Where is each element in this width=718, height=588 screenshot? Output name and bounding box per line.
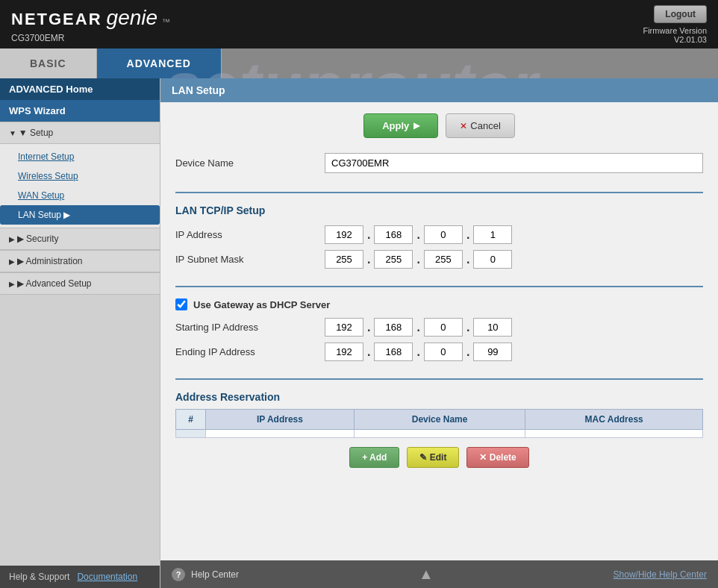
start-o4[interactable] [473, 318, 512, 337]
table-header-ip: IP Address [206, 410, 355, 430]
sidebar-advanced-home[interactable]: ADVANCED Home [0, 78, 160, 100]
gateway-dhcp-checkbox[interactable] [175, 298, 187, 310]
subnet-mask-fields: . . . [325, 250, 512, 269]
ending-ip-fields: . . . [325, 343, 512, 361]
edit-button[interactable]: ✎ Edit [407, 447, 459, 468]
sidebar-item-wan-setup[interactable]: WAN Setup [0, 186, 160, 205]
subnet-dot-1: . [365, 253, 372, 266]
help-support-label: Help & Support [9, 572, 69, 582]
ip-dot-2: . [414, 228, 422, 242]
sidebar-setup-section[interactable]: ▼ Setup [0, 122, 160, 144]
show-hide-help-link[interactable]: Show/Hide Help Center [614, 569, 707, 580]
sidebar-security-section[interactable]: ▶ Security [0, 228, 160, 250]
page-title: LAN Setup [172, 84, 225, 96]
end-dot-1: . [365, 345, 372, 359]
device-name-row: Device Name [175, 153, 703, 173]
header: NETGEAR genie ™ CG3700EMR Logout Firmwar… [0, 0, 718, 49]
gateway-dhcp-row: Use Gateway as DHCP Server [175, 298, 703, 310]
table-header-mac: MAC Address [525, 410, 703, 430]
table-header-device: Device Name [354, 410, 525, 430]
subnet-o3[interactable] [424, 250, 463, 269]
starting-ip-label: Starting IP Address [175, 322, 325, 333]
ip-dot-3: . [464, 228, 472, 242]
subnet-mask-label: IP Subnet Mask [175, 254, 325, 265]
device-name-input[interactable] [325, 153, 703, 173]
model-name: CG3700EMR [11, 33, 170, 43]
reservation-table: # IP Address Device Name MAC Address [175, 409, 703, 438]
tab-advanced[interactable]: ADVANCED [97, 49, 222, 78]
chevron-up-icon: ▲ [419, 566, 434, 582]
add-button[interactable]: + Add [349, 447, 399, 468]
sidebar-setup-items: Internet Setup Wireless Setup WAN Setup … [0, 144, 160, 228]
apply-button[interactable]: Apply [363, 113, 438, 138]
end-dot-3: . [464, 345, 472, 359]
start-o3[interactable] [424, 318, 463, 337]
sidebar-administration-section[interactable]: ▶ Administration [0, 250, 160, 272]
device-name-label: Device Name [175, 157, 325, 169]
ip-address-row: IP Address . . . [175, 225, 703, 244]
action-buttons-row: Apply Cancel [175, 113, 703, 138]
gateway-dhcp-label: Use Gateway as DHCP Server [193, 299, 330, 310]
ip-address-fields: . . . [325, 225, 512, 244]
help-left: ? Help Center [172, 568, 239, 581]
table-action-buttons: + Add ✎ Edit ✕ Delete [175, 447, 703, 468]
start-o1[interactable] [325, 318, 363, 337]
ip-o4[interactable] [473, 225, 512, 244]
bottom-bar: ? Help Center ▲ Show/Hide Help Center [160, 560, 718, 588]
sidebar-item-internet-setup[interactable]: Internet Setup [0, 147, 160, 166]
end-o1[interactable] [325, 343, 363, 361]
ip-dot-1: . [365, 228, 372, 242]
subnet-dot-3: . [464, 253, 472, 266]
content-area: LAN Setup Apply Cancel Device Name LAN T… [160, 78, 718, 588]
table-header-hash: # [176, 410, 206, 430]
bottom-center: ▲ [419, 566, 434, 583]
subnet-o2[interactable] [374, 250, 413, 269]
question-icon: ? [172, 568, 185, 581]
delete-button[interactable]: ✕ Delete [466, 447, 528, 468]
end-dot-2: . [414, 345, 422, 359]
help-center-label: Help Center [191, 569, 239, 580]
start-o2[interactable] [374, 318, 413, 337]
ending-ip-row: Ending IP Address . . . [175, 343, 703, 361]
main-layout: ADVANCED Home WPS Wizard ▼ Setup Interne… [0, 78, 718, 588]
ip-o1[interactable] [325, 225, 363, 244]
ip-address-label: IP Address [175, 229, 325, 240]
table-cell-mac [525, 430, 703, 438]
trademark-symbol: ™ [162, 17, 170, 26]
table-cell-hash [176, 430, 206, 438]
content-body: Apply Cancel Device Name LAN TCP/IP Setu… [160, 102, 718, 560]
genie-logo: genie [107, 6, 158, 30]
table-cell-device [354, 430, 525, 438]
logo-area: NETGEAR genie ™ CG3700EMR [11, 6, 170, 43]
help-support-bar: Help & Support Documentation [0, 566, 160, 588]
ip-o2[interactable] [374, 225, 413, 244]
start-dot-3: . [464, 321, 472, 334]
cancel-button[interactable]: Cancel [446, 113, 514, 138]
starting-ip-row: Starting IP Address . . . [175, 318, 703, 337]
netgear-logo: NETGEAR [11, 10, 102, 29]
lan-tcpip-title: LAN TCP/IP Setup [175, 204, 703, 216]
logout-button[interactable]: Logout [654, 5, 707, 23]
subnet-o4[interactable] [473, 250, 512, 269]
table-row [176, 430, 703, 438]
subnet-mask-row: IP Subnet Mask . . . [175, 250, 703, 269]
subnet-o1[interactable] [325, 250, 363, 269]
ending-ip-label: Ending IP Address [175, 346, 325, 357]
device-name-section: Device Name [175, 153, 703, 193]
sidebar: ADVANCED Home WPS Wizard ▼ Setup Interne… [0, 78, 160, 588]
subnet-dot-2: . [414, 253, 422, 266]
sidebar-advanced-setup-section[interactable]: ▶ Advanced Setup [0, 272, 160, 295]
end-o2[interactable] [374, 343, 413, 361]
end-o3[interactable] [424, 343, 463, 361]
starting-ip-fields: . . . [325, 318, 512, 337]
tab-basic[interactable]: BASIC [0, 49, 97, 78]
sidebar-item-wireless-setup[interactable]: Wireless Setup [0, 166, 160, 186]
ip-o3[interactable] [424, 225, 463, 244]
sidebar-item-lan-setup[interactable]: LAN Setup [0, 205, 160, 225]
content-header: LAN Setup [160, 78, 718, 102]
end-o4[interactable] [473, 343, 512, 361]
tab-bar: BASIC ADVANCED [0, 49, 718, 78]
sidebar-wps-wizard[interactable]: WPS Wizard [0, 100, 160, 122]
documentation-link[interactable]: Documentation [77, 572, 137, 582]
logo-text: NETGEAR genie ™ [11, 6, 170, 30]
